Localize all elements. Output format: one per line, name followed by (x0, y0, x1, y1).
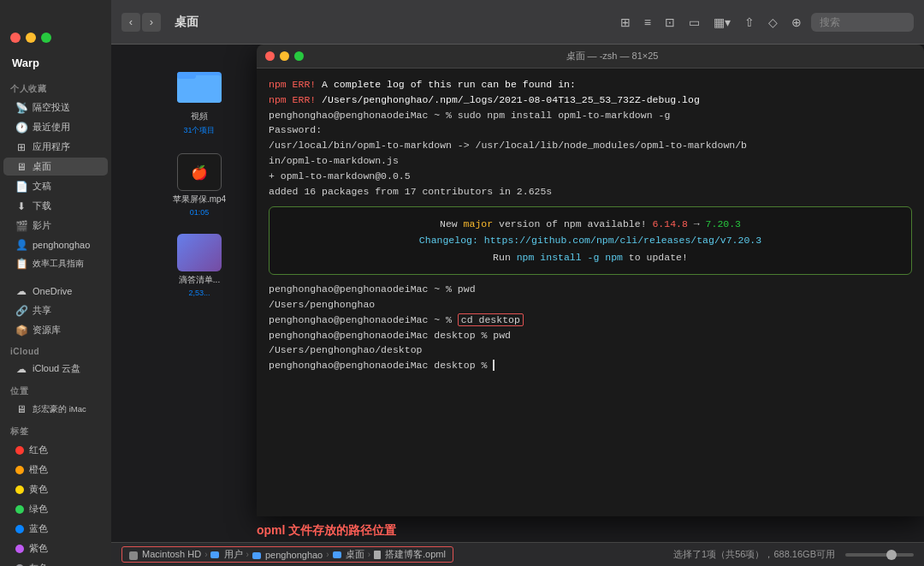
list-item[interactable]: 🍎 苹果屏保.mp4 01:05 (121, 148, 277, 222)
more-button[interactable]: ⊕ (787, 13, 806, 32)
term-minimize-button[interactable] (280, 51, 289, 61)
sidebar-item-tag-blue[interactable]: 蓝色 (3, 520, 108, 538)
status-bar-right: 选择了1项（共56项），688.16GB可用 (673, 548, 914, 561)
terminal-line: penghonghao@penghonaodeiMac ~ % cd deskt… (269, 313, 912, 328)
minimize-button[interactable] (26, 33, 36, 43)
breadcrumb[interactable]: Macintosh HD › 用户 › penghonghao › 桌面 › 搭… (121, 546, 453, 563)
sidebar-item-documents[interactable]: 📄 文稿 (3, 177, 108, 195)
list-item[interactable]: 滴答清单... 2,53... (121, 229, 277, 302)
sidebar-item-efficiency[interactable]: 📋 效率工具指南 (3, 255, 108, 272)
view-columns-button[interactable]: ⊡ (660, 13, 679, 32)
main-area: ‹ › 桌面 ⊞ ≡ ⊡ ▭ ▦▾ ⇧ ◇ ⊕ 視頻 31个项目 (111, 0, 924, 566)
terminal-title: 桌面 — -zsh — 81×25 (309, 50, 915, 63)
close-button[interactable] (10, 33, 21, 43)
folder-icon (175, 60, 223, 108)
file-meta: 01:05 (190, 208, 210, 217)
sidebar: Warp 个人收藏 📡 隔空投送 🕐 最近使用 ⊞ 应用程序 🖥 桌面 📄 文稿… (0, 0, 111, 566)
sidebar-item-share[interactable]: 🔗 共享 (3, 301, 108, 319)
sidebar-label-apps: 应用程序 (33, 140, 70, 153)
group-button[interactable]: ▦▾ (709, 13, 735, 32)
resources-icon: 📦 (15, 325, 27, 337)
npm-update-box: New major version of npm available! 6.14… (269, 206, 912, 276)
documents-icon: 📄 (15, 181, 27, 193)
sidebar-item-onedrive[interactable]: ☁ OneDrive (3, 283, 108, 300)
sidebar-label-imac: 彭宏豪的 iMac (33, 404, 86, 415)
zoom-thumb (886, 550, 897, 560)
terminal-line: penghonghao@penghonaodeiMac ~ % sudo npm… (269, 108, 912, 123)
svg-rect-17 (333, 551, 341, 558)
share-button[interactable]: ⇧ (740, 13, 759, 32)
tag-red-dot (15, 446, 24, 455)
sidebar-label-tag-red: 红色 (29, 444, 48, 456)
view-gallery-button[interactable]: ▭ (684, 13, 704, 32)
update-line2: Changelog: https://github.com/npm/cli/re… (287, 232, 894, 249)
sidebar-item-tag-purple[interactable]: 紫色 (3, 539, 108, 557)
terminal-body[interactable]: npm ERR! A complete log of this run can … (257, 69, 924, 516)
finder-title: 桌面 (175, 15, 198, 30)
file-meta: 31个项目 (183, 125, 215, 136)
sidebar-label-tag-yellow: 黄色 (29, 483, 48, 496)
tag-button[interactable]: ◇ (764, 13, 782, 32)
finder-toolbar: ‹ › 桌面 ⊞ ≡ ⊡ ▭ ▦▾ ⇧ ◇ ⊕ (111, 0, 924, 45)
breadcrumb-sep: › (368, 550, 370, 559)
sidebar-item-user[interactable]: 👤 penghonghao (3, 236, 108, 253)
terminal-line: penghonghao@penghonaodeiMac desktop % ​ (269, 358, 912, 373)
sidebar-label-user: penghonghao (33, 240, 90, 250)
sidebar-item-resources[interactable]: 📦 资源库 (3, 321, 108, 339)
sidebar-section-tags: 标签 (0, 419, 111, 440)
breadcrumb-item: Macintosh HD (129, 549, 201, 559)
sidebar-label-share: 共享 (33, 304, 51, 317)
term-close-button[interactable] (265, 51, 275, 61)
view-list-button[interactable]: ≡ (640, 13, 655, 32)
sidebar-item-tag-yellow[interactable]: 黄色 (3, 480, 108, 498)
zoom-slider[interactable] (845, 553, 914, 557)
user-icon: 👤 (15, 239, 27, 251)
highlighted-command: cd desktop (458, 313, 524, 326)
sidebar-item-icloud[interactable]: ☁ iCloud 云盘 (3, 360, 108, 378)
toolbar-actions: ⊞ ≡ ⊡ ▭ ▦▾ ⇧ ◇ ⊕ (616, 13, 914, 32)
apps-icon: ⊞ (15, 141, 27, 153)
tag-orange-dot (15, 466, 24, 474)
sidebar-item-airdrop[interactable]: 📡 隔空投送 (3, 98, 108, 116)
sidebar-item-imac[interactable]: 🖥 彭宏豪的 iMac (3, 401, 108, 418)
sidebar-label-tag-orange: 橙色 (29, 463, 48, 476)
terminal-line: Password: (269, 122, 912, 138)
icloud-icon: ☁ (15, 363, 27, 375)
efficiency-icon: 📋 (15, 258, 27, 270)
svg-rect-15 (210, 551, 219, 558)
svg-rect-16 (252, 552, 261, 559)
sidebar-item-recent[interactable]: 🕐 最近使用 (3, 118, 108, 136)
forward-button[interactable]: › (142, 13, 161, 32)
maximize-button[interactable] (41, 33, 51, 43)
file-name: 視頻 (191, 111, 208, 122)
sidebar-item-movies[interactable]: 🎬 影片 (3, 217, 108, 235)
file-name: 滴答清单... (179, 275, 220, 285)
sidebar-label-tag-gray: 灰色 (29, 562, 48, 566)
terminal-line: penghonghao@penghonaodeiMac ~ % pwd (269, 282, 912, 297)
sidebar-label-downloads: 下载 (33, 200, 51, 212)
sidebar-item-downloads[interactable]: ⬇ 下载 (3, 197, 108, 215)
back-button[interactable]: ‹ (121, 13, 140, 32)
sidebar-item-tag-orange[interactable]: 橙色 (3, 461, 108, 479)
terminal-line: + opml-to-markdown@0.0.5 (269, 169, 912, 184)
annotation-label: opml 文件存放的路径位置 (257, 521, 396, 540)
sidebar-item-tag-red[interactable]: 红色 (3, 441, 108, 459)
sidebar-item-tag-gray[interactable]: 灰色 (3, 559, 108, 566)
toolbar-nav: ‹ › (121, 13, 161, 32)
sidebar-label-documents: 文稿 (33, 180, 51, 193)
recent-icon: 🕐 (15, 122, 27, 134)
sidebar-item-desktop[interactable]: 🖥 桌面 (3, 158, 108, 176)
sidebar-label-efficiency: 效率工具指南 (33, 259, 84, 268)
file-meta: 2,53... (188, 289, 210, 297)
terminal-line: /usr/local/bin/opml-to-markdown -> /usr/… (269, 138, 912, 153)
view-grid-button[interactable]: ⊞ (616, 13, 635, 32)
sidebar-item-apps[interactable]: ⊞ 应用程序 (3, 138, 108, 156)
content-area: 視頻 31个项目 python 2个项目 Notion (111, 45, 924, 542)
term-maximize-button[interactable] (294, 51, 304, 61)
list-item[interactable]: 視頻 31个项目 (121, 55, 277, 141)
search-input[interactable] (811, 13, 914, 32)
video-icon: 🍎 (177, 153, 222, 191)
sidebar-section-favorites: 个人收藏 (0, 76, 111, 98)
sidebar-item-tag-green[interactable]: 绿色 (3, 500, 108, 518)
breadcrumb-item: 桌面 (333, 548, 364, 561)
